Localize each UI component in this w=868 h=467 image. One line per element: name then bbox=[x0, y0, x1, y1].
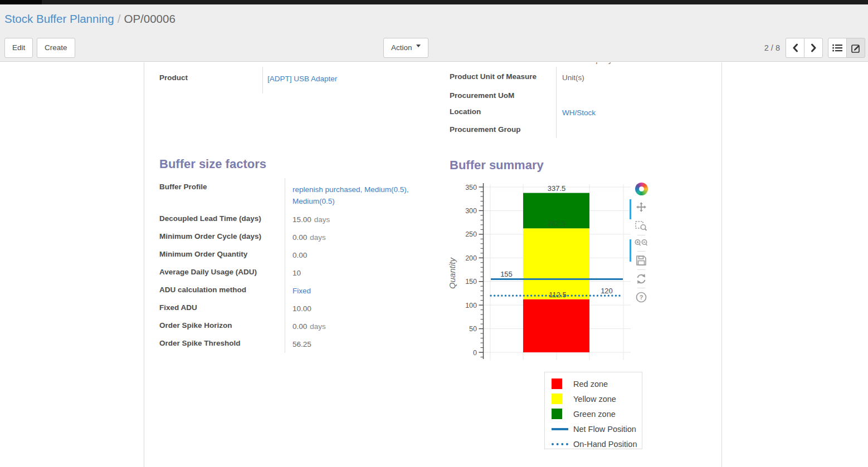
dlt-value: 15.00 bbox=[292, 215, 311, 224]
pager-buttons bbox=[786, 38, 823, 58]
procurement-group-value bbox=[556, 120, 709, 138]
form-sheet: Main Company Product [ADPT] USB Adapter … bbox=[144, 62, 722, 467]
location-value-link[interactable]: WH/Stock bbox=[562, 109, 596, 117]
chart-modebar: ? bbox=[633, 183, 650, 303]
buffer-size-factors-title: Buffer size factors bbox=[159, 157, 266, 171]
field-row-procurement-group: Procurement Group bbox=[450, 120, 709, 138]
help-icon: ? bbox=[636, 292, 647, 303]
action-dropdown-button[interactable]: Action bbox=[383, 38, 428, 58]
svg-text:50: 50 bbox=[469, 325, 477, 333]
svg-text:250: 250 bbox=[465, 230, 477, 238]
save-image-icon bbox=[636, 255, 647, 266]
field-row-product: Product [ADPT] USB Adapter bbox=[159, 67, 430, 94]
pan-button[interactable] bbox=[634, 201, 648, 213]
yellow-zone-swatch bbox=[552, 394, 562, 404]
svg-text:?: ? bbox=[640, 294, 643, 301]
legend-item-on-hand[interactable]: On-Hand Position bbox=[545, 436, 642, 451]
plotly-logo-button[interactable] bbox=[634, 183, 648, 201]
pager-previous-button[interactable] bbox=[786, 38, 804, 58]
buffer-profile-label: Buffer Profile bbox=[159, 178, 285, 210]
product-field-value-link[interactable]: [ADPT] USB Adapter bbox=[267, 75, 337, 83]
min-order-qty-label: Minimum Order Quantity bbox=[159, 246, 285, 264]
field-row-dlt: Decoupled Lead Time (days) 15.00days bbox=[159, 210, 433, 228]
buffer-factors-group: Buffer Profile replenish purchased, Medi… bbox=[159, 178, 433, 353]
legend-item-red-zone[interactable]: Red zone bbox=[545, 376, 642, 391]
adu-method-value-link[interactable]: Fixed bbox=[292, 287, 311, 295]
buffer-summary-title: Buffer summary bbox=[450, 158, 544, 173]
chevron-right-icon bbox=[811, 43, 817, 52]
min-order-cycle-unit: days bbox=[310, 233, 326, 242]
legend-item-yellow-zone[interactable]: Yellow zone bbox=[545, 391, 642, 406]
buffer-summary-chart[interactable]: 050100150200250300350Quantity337.5262.51… bbox=[446, 181, 641, 370]
legend-label: Green zone bbox=[573, 410, 616, 419]
product-uom-value: Unit(s) bbox=[556, 67, 709, 87]
form-view-button[interactable] bbox=[846, 38, 865, 58]
create-button[interactable]: Create bbox=[37, 38, 75, 58]
procurement-uom-label: Procurement UoM bbox=[450, 87, 556, 102]
svg-text:262.5: 262.5 bbox=[548, 219, 566, 228]
caret-down-icon bbox=[416, 45, 421, 50]
breadcrumb: Stock Buffer Planning/OP/00006 bbox=[4, 12, 175, 26]
top-nav-strip-segment bbox=[0, 0, 42, 4]
red-zone-swatch bbox=[552, 378, 562, 389]
list-view-button[interactable] bbox=[828, 38, 847, 58]
svg-text:112.5: 112.5 bbox=[549, 291, 567, 299]
solid-line-swatch bbox=[552, 428, 568, 430]
legend-item-green-zone[interactable]: Green zone bbox=[545, 406, 642, 421]
svg-text:200: 200 bbox=[465, 254, 477, 262]
save-image-button[interactable] bbox=[634, 255, 648, 266]
pager-count: 2 / 8 bbox=[755, 38, 780, 58]
min-order-cycle-label: Minimum Order Cycle (days) bbox=[159, 228, 285, 246]
fixed-adu-value: 10.00 bbox=[285, 299, 431, 317]
zoom-in-out-icon bbox=[635, 239, 648, 248]
chevron-left-icon bbox=[792, 43, 798, 52]
dlt-unit: days bbox=[314, 215, 330, 224]
spike-horizon-unit: days bbox=[310, 322, 326, 331]
control-panel: Stock Buffer Planning/OP/00006 Edit Crea… bbox=[0, 4, 868, 62]
svg-text:350: 350 bbox=[465, 184, 477, 191]
help-button[interactable]: ? bbox=[634, 292, 648, 303]
pager-next-button[interactable] bbox=[804, 38, 823, 58]
spike-threshold-value: 56.25 bbox=[285, 335, 431, 353]
modebar-separator bbox=[637, 235, 645, 235]
dotted-line-swatch bbox=[552, 443, 568, 445]
zoom-box-icon bbox=[635, 220, 647, 232]
product-field-group: Product [ADPT] USB Adapter bbox=[159, 67, 430, 94]
procurement-uom-value bbox=[556, 87, 709, 102]
modebar-separator bbox=[637, 288, 645, 288]
svg-text:Quantity: Quantity bbox=[447, 257, 457, 289]
procurement-field-group: Product Unit of Measure Unit(s) Procurem… bbox=[450, 67, 709, 138]
plotly-logo-icon bbox=[635, 183, 648, 195]
spike-threshold-label: Order Spike Threshold bbox=[159, 335, 285, 353]
list-view-icon bbox=[832, 44, 842, 52]
field-row-product-uom: Product Unit of Measure Unit(s) bbox=[450, 67, 709, 87]
reset-axes-button[interactable] bbox=[634, 273, 648, 284]
zoom-in-out-button[interactable] bbox=[634, 239, 648, 248]
svg-text:0: 0 bbox=[473, 349, 477, 357]
breadcrumb-parent-link[interactable]: Stock Buffer Planning bbox=[4, 12, 114, 25]
breadcrumb-separator: / bbox=[114, 12, 124, 25]
pan-icon bbox=[635, 201, 647, 213]
company-field-value-clipped: Main Company bbox=[562, 62, 634, 65]
action-label: Action bbox=[391, 43, 412, 52]
min-order-cycle-value: 0.00 bbox=[292, 233, 307, 242]
edit-button[interactable]: Edit bbox=[4, 38, 33, 58]
field-row-spike-threshold: Order Spike Threshold 56.25 bbox=[159, 335, 433, 353]
field-row-min-order-cycle: Minimum Order Cycle (days) 0.00days bbox=[159, 228, 433, 246]
field-row-spike-horizon: Order Spike Horizon 0.00days bbox=[159, 317, 433, 335]
zoom-box-button[interactable] bbox=[634, 220, 648, 232]
min-order-qty-value: 0.00 bbox=[285, 246, 431, 264]
procurement-group-label: Procurement Group bbox=[450, 120, 556, 138]
product-uom-label: Product Unit of Measure bbox=[450, 67, 556, 87]
location-label: Location bbox=[450, 102, 556, 120]
fixed-adu-label: Fixed ADU bbox=[159, 299, 285, 317]
field-row-buffer-profile: Buffer Profile replenish purchased, Medi… bbox=[159, 178, 433, 210]
svg-text:300: 300 bbox=[465, 207, 477, 215]
legend-label: On-Hand Position bbox=[573, 440, 637, 449]
modebar-separator bbox=[637, 269, 645, 270]
legend-label: Red zone bbox=[573, 380, 608, 389]
svg-text:155: 155 bbox=[500, 270, 513, 278]
buffer-profile-value-link[interactable]: replenish purchased, Medium(0.5), Medium… bbox=[292, 185, 409, 205]
legend-item-net-flow[interactable]: Net Flow Position bbox=[545, 421, 642, 436]
chart-legend: Red zone Yellow zone Green zone Net Flow… bbox=[544, 372, 642, 449]
